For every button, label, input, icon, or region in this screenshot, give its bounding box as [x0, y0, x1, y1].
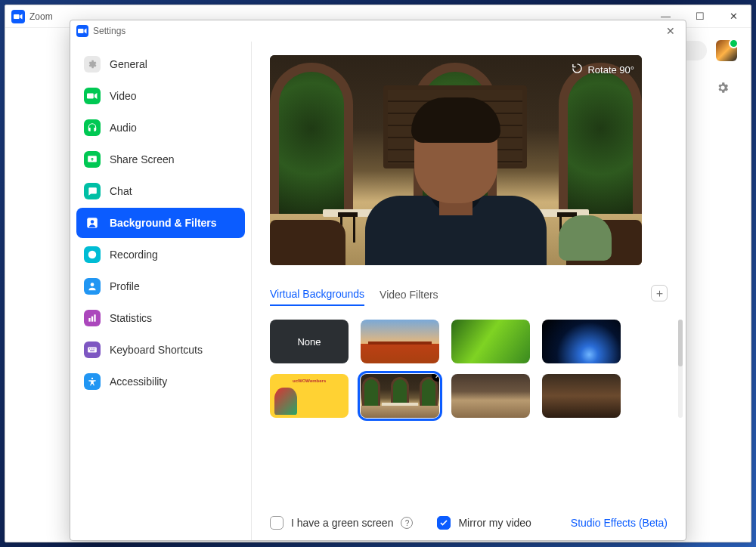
sidebar-item-label: Statistics	[110, 312, 152, 324]
background-thumb-loft[interactable]	[451, 374, 530, 418]
record-icon	[84, 246, 101, 263]
settings-body: General Video Audio Share Screen	[70, 42, 686, 540]
sidebar-item-statistics[interactable]: Statistics	[76, 303, 245, 333]
rotate-label: Rotate 90°	[587, 64, 634, 76]
gear-icon	[84, 56, 101, 73]
background-thumb-promo[interactable]	[270, 374, 349, 418]
user-avatar[interactable]	[716, 40, 737, 61]
sidebar-item-label: Chat	[110, 185, 132, 197]
settings-close-button[interactable]: ✕	[660, 22, 681, 40]
help-icon[interactable]: ?	[401, 517, 413, 529]
add-background-button[interactable]: ＋	[651, 285, 668, 301]
svg-point-9	[91, 283, 94, 286]
studio-effects-link[interactable]: Studio Effects (Beta)	[571, 517, 668, 529]
close-button[interactable]: ✕	[717, 5, 751, 28]
sidebar-item-label: Profile	[110, 280, 140, 292]
thumbnails-scrollbar[interactable]	[678, 320, 683, 418]
background-icon	[84, 215, 101, 231]
settings-content: Rotate 90° Virtual Backgrounds Video Fil…	[252, 42, 686, 540]
sidebar-item-label: Accessibility	[110, 375, 167, 388]
svg-rect-12	[94, 314, 95, 321]
accessibility-icon	[84, 373, 101, 390]
svg-rect-1	[78, 29, 84, 33]
sidebar-item-label: Audio	[110, 122, 137, 134]
background-thumb-grass[interactable]	[451, 320, 530, 363]
chat-icon	[84, 183, 101, 199]
svg-rect-13	[88, 348, 97, 353]
sidebar-item-recording[interactable]: Recording	[76, 240, 245, 270]
svg-rect-15	[91, 348, 91, 349]
sidebar-item-video[interactable]: Video	[76, 81, 245, 111]
footer-bar: I have a green screen ? Mirror my video …	[270, 510, 668, 530]
svg-rect-18	[90, 351, 94, 351]
rotate-90-button[interactable]: Rotate 90°	[572, 63, 634, 76]
background-tabs: Virtual Backgrounds Video Filters ＋	[270, 288, 668, 306]
background-thumb-none[interactable]: None	[270, 320, 349, 363]
sidebar-item-label: Share Screen	[110, 153, 175, 165]
keyboard-icon	[84, 341, 101, 358]
background-thumb-restaurant[interactable]	[542, 374, 621, 418]
tab-video-filters[interactable]: Video Filters	[380, 289, 438, 305]
svg-rect-3	[87, 94, 94, 99]
video-icon	[84, 88, 101, 104]
video-preview: Rotate 90°	[270, 55, 642, 265]
sidebar-item-background-filters[interactable]: Background & Filters	[76, 208, 245, 238]
svg-rect-14	[89, 348, 90, 349]
statistics-icon	[84, 310, 101, 326]
gear-icon[interactable]	[716, 81, 730, 97]
svg-point-19	[91, 378, 93, 379]
rotate-icon	[572, 63, 583, 76]
settings-sidebar: General Video Audio Share Screen	[70, 42, 252, 540]
sidebar-item-label: Keyboard Shortcuts	[110, 344, 203, 356]
svg-point-8	[90, 252, 94, 257]
profile-icon	[84, 278, 101, 295]
settings-titlebar: Settings ✕	[70, 20, 686, 42]
none-label: None	[297, 336, 321, 348]
svg-point-6	[91, 220, 94, 224]
zoom-logo-icon	[76, 25, 88, 37]
tab-virtual-backgrounds[interactable]: Virtual Backgrounds	[270, 288, 364, 306]
sidebar-item-label: Recording	[110, 249, 158, 261]
zoom-logo-icon	[11, 10, 25, 23]
svg-rect-0	[14, 14, 20, 19]
sidebar-item-accessibility[interactable]: Accessibility	[76, 366, 245, 397]
sidebar-item-share-screen[interactable]: Share Screen	[76, 144, 245, 175]
green-screen-checkbox[interactable]	[270, 516, 284, 530]
settings-window: Settings ✕ General Video Audio	[70, 20, 686, 541]
user-video-silhouette	[365, 91, 547, 265]
green-screen-label: I have a green screen	[291, 517, 393, 529]
background-thumb-bridge[interactable]	[361, 320, 439, 363]
sidebar-item-label: Video	[110, 90, 137, 102]
svg-rect-17	[94, 348, 95, 349]
sidebar-item-profile[interactable]: Profile	[76, 271, 245, 301]
svg-rect-11	[91, 317, 93, 322]
backgrounds-grid-wrap: None ✕	[270, 320, 668, 418]
background-thumb-cafe-selected[interactable]: ✕	[361, 374, 439, 418]
sidebar-item-label: Background & Filters	[110, 217, 217, 229]
sidebar-item-label: General	[110, 58, 147, 70]
share-screen-icon	[84, 151, 101, 168]
backgrounds-grid: None ✕	[270, 320, 668, 418]
sidebar-item-general[interactable]: General	[76, 49, 245, 79]
sidebar-item-chat[interactable]: Chat	[76, 176, 245, 206]
main-window-title: Zoom	[29, 11, 53, 22]
headphones-icon	[84, 119, 101, 136]
background-thumb-space[interactable]	[542, 320, 621, 363]
sidebar-item-keyboard-shortcuts[interactable]: Keyboard Shortcuts	[76, 335, 245, 365]
sidebar-item-audio[interactable]: Audio	[76, 113, 245, 143]
settings-title: Settings	[93, 26, 125, 36]
svg-rect-10	[88, 318, 90, 322]
svg-rect-16	[93, 348, 94, 349]
mirror-video-checkbox[interactable]	[437, 516, 451, 530]
maximize-button[interactable]: ☐	[683, 5, 717, 28]
mirror-video-label: Mirror my video	[458, 517, 531, 529]
